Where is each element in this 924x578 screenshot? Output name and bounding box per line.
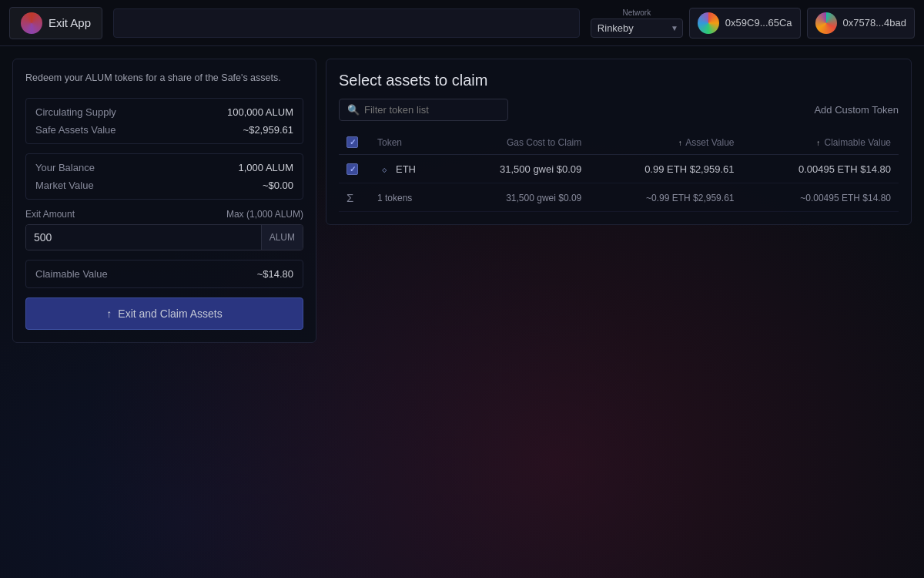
- wallet2-avatar: [815, 12, 837, 34]
- summary-sigma: Σ: [339, 183, 370, 212]
- app-title: Exit App: [49, 16, 91, 29]
- summary-count: 1 tokens: [370, 183, 448, 212]
- search-wrapper: 🔍: [339, 99, 508, 121]
- wallet1-badge[interactable]: 0x59C9...65Ca: [689, 8, 801, 39]
- eth-symbol: ETH: [396, 163, 416, 175]
- exit-amount-input-wrapper: ALUM: [25, 224, 303, 250]
- exit-app-button[interactable]: Exit App: [9, 7, 102, 39]
- topbar-search-bar: [113, 8, 580, 38]
- your-balance-label: Your Balance: [35, 162, 95, 173]
- exit-amount-max: Max (1,000 ALUM): [226, 209, 303, 220]
- header-token: Token: [370, 130, 448, 155]
- claimable-box: Claimable Value ~$14.80: [25, 260, 303, 288]
- eth-token-name: ⬦ ETH: [377, 162, 440, 176]
- header-asset-value-text: Asset Value: [685, 137, 734, 148]
- add-custom-token-button[interactable]: Add Custom Token: [814, 104, 899, 116]
- balance-info-box: Your Balance 1,000 ALUM Market Value ~$0…: [25, 153, 303, 200]
- exit-amount-label: Exit Amount: [25, 209, 75, 220]
- claimable-value: ~$14.80: [257, 268, 293, 280]
- header-checkbox: ✓: [339, 130, 370, 155]
- eth-gas-cost: 31,500 gwei $0.09: [448, 155, 590, 183]
- left-panel: Redeem your ALUM tokens for a share of t…: [12, 59, 316, 343]
- supply-info-box: Circulating Supply 100,000 ALUM Safe Ass…: [25, 98, 303, 144]
- summary-gas: 31,500 gwei $0.09: [448, 183, 590, 212]
- header-checkmark-icon: ✓: [350, 138, 356, 146]
- claimable-row: Claimable Value ~$14.80: [35, 268, 293, 280]
- safe-assets-row: Safe Assets Value ~$2,959.61: [35, 124, 293, 136]
- network-select[interactable]: Rinkeby Mainnet Ropsten: [591, 18, 683, 38]
- exit-amount-token-label: ALUM: [261, 225, 303, 250]
- right-panel: Select assets to claim 🔍 Add Custom Toke…: [326, 59, 912, 225]
- exit-button-label: Exit and Claim Assets: [118, 307, 222, 320]
- eth-asset-value: 0.99 ETH $2,959.61: [589, 155, 742, 183]
- eth-token-cell: ⬦ ETH: [370, 155, 448, 183]
- exit-amount-header: Exit Amount Max (1,000 ALUM): [25, 209, 303, 220]
- exit-button-arrow-icon: ↑: [106, 307, 112, 320]
- assets-table: ✓ Token Gas Cost to Claim ↑ Asset Value …: [339, 130, 899, 212]
- wallet2-address: 0x7578...4bad: [843, 17, 906, 29]
- network-select-container: Rinkeby Mainnet Ropsten ▼: [591, 18, 683, 38]
- network-label: Network: [591, 8, 683, 17]
- claimable-label: Claimable Value: [35, 268, 108, 280]
- search-icon: 🔍: [347, 104, 360, 116]
- summary-claimable: ~0.00495 ETH $14.80: [742, 183, 899, 212]
- wallet1-avatar: [698, 12, 719, 34]
- market-value-row: Market Value ~$0.00: [35, 180, 293, 191]
- eth-checkmark-icon: ✓: [350, 165, 356, 173]
- table-header-row: ✓ Token Gas Cost to Claim ↑ Asset Value …: [339, 130, 899, 155]
- eth-icon: ⬦: [377, 162, 391, 176]
- circulating-supply-value: 100,000 ALUM: [227, 106, 293, 118]
- safe-assets-label: Safe Assets Value: [35, 124, 116, 136]
- panel-description: Redeem your ALUM tokens for a share of t…: [25, 72, 303, 89]
- wallet2-badge[interactable]: 0x7578...4bad: [807, 8, 915, 39]
- asset-value-sort-icon: ↑: [678, 139, 682, 147]
- header-claimable-value-text: Claimable Value: [825, 137, 892, 148]
- header-gas-cost: Gas Cost to Claim: [448, 130, 590, 155]
- header-claimable-value: ↑ Claimable Value: [742, 130, 899, 155]
- summary-row: Σ 1 tokens 31,500 gwei $0.09 ~0.99 ETH $…: [339, 183, 899, 212]
- eth-claimable-value: 0.00495 ETH $14.80: [742, 155, 899, 183]
- eth-row-checkbox[interactable]: ✓: [346, 163, 358, 175]
- summary-asset-value: ~0.99 ETH $2,959.61: [589, 183, 742, 212]
- safe-assets-value: ~$2,959.61: [243, 124, 293, 136]
- your-balance-row: Your Balance 1,000 ALUM: [35, 162, 293, 173]
- right-panel-title: Select assets to claim: [339, 72, 899, 89]
- exit-claim-button[interactable]: ↑ Exit and Claim Assets: [25, 297, 303, 330]
- table-row: ✓ ⬦ ETH 31,500 gwei $0.09 0.99 ETH $2,95…: [339, 155, 899, 183]
- circulating-supply-row: Circulating Supply 100,000 ALUM: [35, 106, 293, 118]
- claimable-value-sort-icon: ↑: [816, 139, 820, 147]
- wallet1-address: 0x59C9...65Ca: [725, 17, 792, 29]
- your-balance-value: 1,000 ALUM: [238, 162, 293, 173]
- main-content: Redeem your ALUM tokens for a share of t…: [0, 46, 924, 578]
- header-asset-value: ↑ Asset Value: [589, 130, 742, 155]
- topbar: Exit App Network Rinkeby Mainnet Ropsten…: [0, 0, 924, 46]
- app-logo-icon: [21, 12, 42, 34]
- header-checkbox-input[interactable]: ✓: [346, 136, 358, 148]
- search-input[interactable]: [364, 104, 500, 116]
- network-selector-wrapper: Network Rinkeby Mainnet Ropsten ▼: [591, 8, 683, 38]
- circulating-supply-label: Circulating Supply: [35, 106, 116, 118]
- exit-amount-input[interactable]: [26, 225, 261, 250]
- exit-amount-section: Exit Amount Max (1,000 ALUM) ALUM: [25, 209, 303, 250]
- market-value-label: Market Value: [35, 180, 94, 191]
- market-value-value: ~$0.00: [263, 180, 293, 191]
- row-checkbox-cell: ✓: [339, 155, 370, 183]
- assets-toolbar: 🔍 Add Custom Token: [339, 99, 899, 121]
